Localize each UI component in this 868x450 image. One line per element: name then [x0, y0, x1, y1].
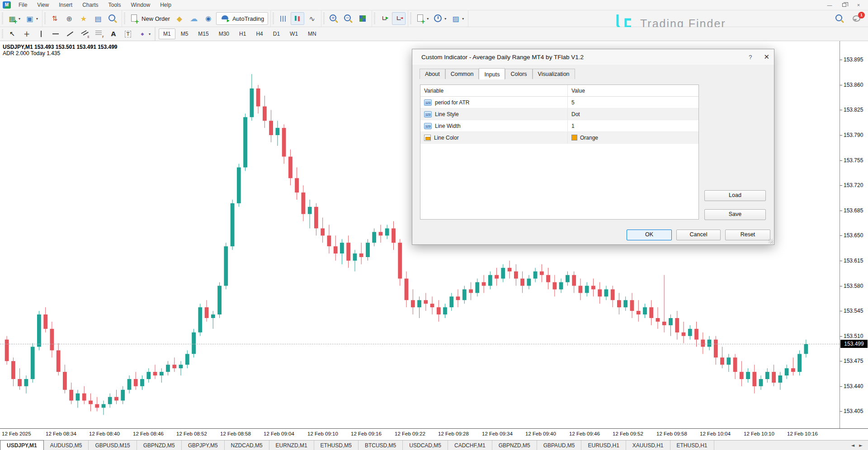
toolbar-community-button[interactable] — [187, 12, 201, 25]
menu-charts[interactable]: Charts — [77, 0, 103, 9]
toolbar-strategy-tester-button[interactable] — [106, 12, 119, 25]
symbol-tab-14[interactable]: XAUUSD,H1 — [626, 441, 670, 450]
symbol-tab-1[interactable]: AUDUSD,M5 — [44, 441, 89, 450]
ok-button[interactable]: OK — [627, 230, 672, 240]
timeframe-M15[interactable]: M15 — [193, 28, 213, 39]
toolbar-bar-chart-button[interactable] — [276, 12, 290, 25]
toolbar-new-order-button[interactable]: New Order — [127, 12, 172, 25]
tool-arrows-button[interactable]: ▾ — [136, 28, 152, 40]
tool-fibo-button[interactable] — [92, 28, 106, 40]
dialog-titlebar[interactable]: Custom Indicator - Average Daily Range M… — [412, 49, 774, 65]
toolbar-zoom-out-button[interactable] — [341, 12, 355, 25]
table-row[interactable]: 123Line StyleDot — [420, 108, 698, 120]
timeframe-H1[interactable]: H1 — [235, 28, 250, 39]
table-row[interactable]: Line ColorOrange — [420, 132, 698, 144]
menu-insert[interactable]: Insert — [54, 0, 77, 9]
color-param-icon — [424, 135, 431, 141]
symbol-tab-7[interactable]: ETHUSD,M5 — [314, 441, 359, 450]
toolbar-market-watch-button[interactable] — [48, 12, 61, 25]
symbol-tab-8[interactable]: BTCUSD,M5 — [359, 441, 403, 450]
tab-scroll-right-icon[interactable]: ► — [859, 443, 863, 448]
toolbar-candle-chart-button[interactable] — [291, 12, 304, 25]
symbol-tab-3[interactable]: GBPNZD,M5 — [137, 441, 182, 450]
time-axis[interactable]: 12 Feb 202512 Feb 08:3412 Feb 08:4012 Fe… — [0, 428, 868, 440]
timeframe-MN[interactable]: MN — [303, 28, 321, 39]
toolbar-chart-shift-button[interactable] — [392, 12, 406, 25]
symbol-tab-15[interactable]: ETHUSD,H1 — [670, 441, 714, 450]
load-button[interactable]: Load — [704, 190, 766, 201]
chat-icon[interactable]: 1 — [852, 14, 862, 23]
timeframe-H4[interactable]: H4 — [251, 28, 267, 39]
dialog-tab-common[interactable]: Common — [445, 69, 479, 79]
menu-file[interactable]: File — [14, 0, 32, 9]
toolbar-profiles-button[interactable]: ▾ — [23, 12, 40, 25]
param-value-cell[interactable]: Dot — [568, 111, 698, 117]
param-value-cell[interactable]: 1 — [568, 123, 698, 129]
symbol-tab-2[interactable]: GBPUSD,M15 — [89, 441, 137, 450]
timeframe-D1[interactable]: D1 — [269, 28, 284, 39]
symbol-tab-9[interactable]: USDCAD,M5 — [403, 441, 448, 450]
tool-hline-button[interactable] — [49, 28, 62, 40]
menu-view[interactable]: View — [32, 0, 54, 9]
toolbar-search-target-button[interactable] — [202, 12, 215, 25]
resize-grip[interactable] — [769, 239, 773, 244]
dialog-tab-inputs[interactable]: Inputs — [479, 68, 505, 80]
toolbar-line-chart-button[interactable] — [305, 12, 319, 25]
close-button[interactable]: × — [852, 1, 865, 9]
symbol-tab-5[interactable]: NZDCAD,M5 — [225, 441, 269, 450]
symbol-tab-12[interactable]: GBPAUD,M5 — [537, 441, 582, 450]
tool-channel-button[interactable] — [78, 28, 91, 40]
table-row[interactable]: 123period for ATR5 — [420, 97, 698, 108]
price-axis[interactable]: 153.895153.860153.825153.790153.755153.7… — [840, 41, 868, 429]
toolbar-add-indicator-button[interactable]: ▾ — [414, 12, 430, 25]
toolbar-periods-button[interactable]: ▾ — [431, 12, 448, 25]
restore-button[interactable] — [837, 1, 851, 9]
search-icon[interactable] — [835, 14, 844, 23]
toolbar-terminal-button[interactable] — [91, 12, 105, 25]
tool-label-button[interactable] — [121, 28, 135, 40]
dialog-tab-colors[interactable]: Colors — [505, 69, 532, 79]
minimize-button[interactable]: — — [823, 1, 836, 9]
price-tick: 153.405 — [844, 408, 863, 414]
symbol-tab-11[interactable]: GBPNZD,M5 — [492, 441, 537, 450]
tab-scroll-left-icon[interactable]: ◄ — [851, 443, 855, 448]
symbol-tab-10[interactable]: CADCHF,M1 — [448, 441, 492, 450]
menu-window[interactable]: Window — [126, 0, 156, 9]
tool-cursor-button[interactable] — [5, 28, 19, 40]
tool-vline-button[interactable] — [34, 28, 48, 40]
symbol-tab-13[interactable]: EURUSD,H1 — [581, 441, 626, 450]
save-button[interactable]: Save — [704, 209, 766, 220]
timeframe-W1[interactable]: W1 — [285, 28, 302, 39]
timeframe-M1[interactable]: M1 — [159, 28, 175, 39]
tool-crosshair-button[interactable] — [20, 28, 33, 40]
toolbar-auto-scroll-button[interactable] — [377, 12, 391, 25]
reset-button[interactable]: Reset — [725, 230, 770, 240]
timeframe-M5[interactable]: M5 — [176, 28, 193, 39]
param-value-cell[interactable]: 5 — [568, 99, 698, 106]
tool-text-button[interactable] — [107, 28, 120, 40]
symbol-tab-4[interactable]: GBPJPY,M5 — [182, 441, 225, 450]
dialog-close-button[interactable]: ✕ — [764, 53, 769, 61]
menu-tools[interactable]: Tools — [104, 0, 126, 9]
toolbar-navigator-button[interactable] — [77, 12, 90, 25]
toolbar-templates-button[interactable]: ▾ — [449, 12, 466, 25]
dialog-tab-visualization[interactable]: Visualization — [533, 69, 575, 79]
symbol-tab-6[interactable]: EURNZD,M1 — [269, 441, 314, 450]
table-row[interactable]: 123Line Width1 — [420, 120, 698, 132]
toolbar-autotrading-button[interactable]: AutoTrading — [216, 12, 268, 25]
toolbar-new-chart-button[interactable]: ▾ — [5, 12, 22, 25]
toolbar-zoom-in-button[interactable] — [327, 12, 340, 25]
menu-help[interactable]: Help — [155, 0, 176, 9]
toolbar-metaeditor-button[interactable] — [173, 12, 186, 25]
param-value-cell[interactable]: Orange — [568, 135, 698, 141]
toolbar-data-window-button[interactable] — [62, 12, 76, 25]
symbol-tab-0[interactable]: USDJPY,M1 — [0, 440, 44, 450]
tool-trendline-button[interactable] — [63, 28, 77, 40]
dialog-title: Custom Indicator - Average Daily Range M… — [421, 54, 584, 61]
dialog-tab-about[interactable]: About — [420, 69, 445, 79]
strategy-tester-icon — [108, 14, 118, 23]
cancel-button[interactable]: Cancel — [676, 230, 721, 240]
toolbar-tiles-button[interactable] — [356, 12, 369, 25]
dialog-help-button[interactable]: ? — [749, 54, 752, 61]
timeframe-M30[interactable]: M30 — [214, 28, 234, 39]
